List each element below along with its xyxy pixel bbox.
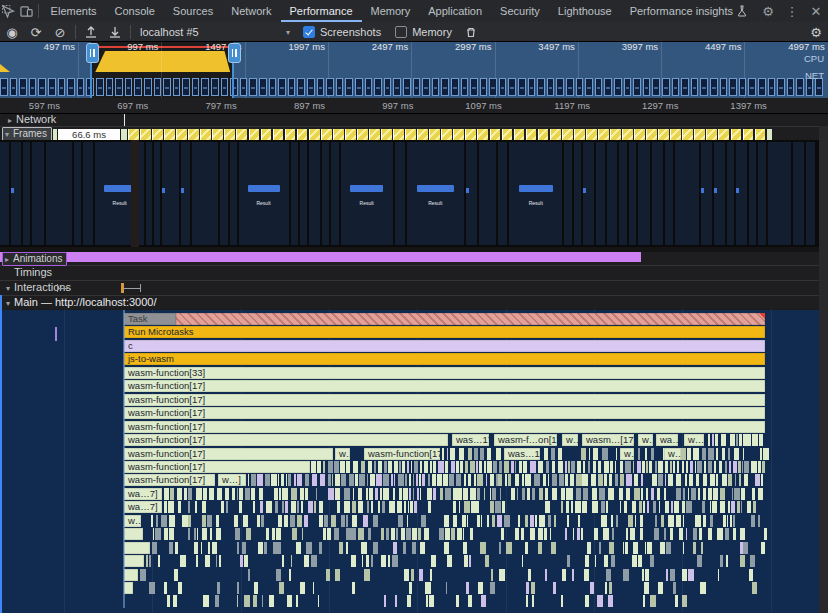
flame-sliver[interactable]: [561, 488, 565, 500]
flame-sliver[interactable]: [216, 555, 217, 567]
flame-sliver[interactable]: [508, 474, 511, 486]
flame-sliver[interactable]: [155, 528, 160, 540]
partially-presented-frame-block[interactable]: [658, 129, 669, 140]
flame-sliver[interactable]: [576, 488, 581, 500]
flame-sliver[interactable]: [567, 515, 569, 527]
flame-sliver[interactable]: [487, 515, 489, 527]
flame-sliver[interactable]: [296, 595, 299, 607]
flame-sliver[interactable]: [275, 501, 278, 513]
flame-sliver[interactable]: [237, 542, 239, 554]
filmstrip-thumbnail[interactable]: [585, 78, 593, 96]
flame-sliver[interactable]: [749, 434, 751, 446]
filmstrip-thumbnail[interactable]: [48, 78, 56, 96]
flame-sliver[interactable]: [412, 542, 416, 554]
flame-sliver[interactable]: [149, 555, 151, 567]
flame-sliver[interactable]: [439, 528, 443, 540]
flame-sliver[interactable]: [708, 488, 712, 500]
flame-sliver[interactable]: [341, 474, 346, 486]
flame-sliver[interactable]: [395, 595, 397, 607]
frame-screenshot[interactable]: [727, 142, 734, 245]
filmstrip-thumbnail[interactable]: [384, 78, 392, 96]
flame-sliver[interactable]: [645, 542, 646, 554]
flame-sliver[interactable]: [528, 569, 531, 581]
flame-sliver[interactable]: [652, 474, 657, 486]
flame-sliver[interactable]: [558, 448, 563, 460]
flame-sliver[interactable]: [418, 528, 421, 540]
filmstrip-thumbnail[interactable]: [461, 78, 469, 96]
frame-screenshot[interactable]: [162, 142, 179, 245]
flame-sliver[interactable]: [149, 582, 155, 594]
filmstrip-thumbnail[interactable]: [720, 78, 728, 96]
partially-presented-frame-block[interactable]: [309, 129, 320, 140]
flame-sliver[interactable]: [626, 528, 628, 540]
flame-sliver[interactable]: [573, 528, 574, 540]
flame-sliver[interactable]: [658, 474, 663, 486]
filmstrip-thumbnail[interactable]: [288, 78, 296, 96]
timeline-overview[interactable]: 497 ms997 ms1497 ms1997 ms2497 ms2997 ms…: [0, 40, 828, 98]
flame-sliver[interactable]: [168, 501, 173, 513]
profile-select[interactable]: localhost #5 ▾: [140, 26, 290, 38]
flame-sliver[interactable]: [733, 461, 737, 473]
flame-sliver[interactable]: [386, 528, 389, 540]
flame-sliver[interactable]: [703, 515, 706, 527]
flame-sliver[interactable]: [539, 488, 544, 500]
flame-sliver[interactable]: [545, 569, 547, 581]
flame-sliver[interactable]: [460, 461, 463, 473]
flame-sliver[interactable]: [527, 488, 530, 500]
flame-sliver[interactable]: [391, 528, 395, 540]
partially-presented-frame-block[interactable]: [357, 129, 368, 140]
flame-sliver[interactable]: [180, 555, 186, 567]
flame-sliver[interactable]: [587, 542, 591, 554]
flame-sliver[interactable]: [739, 434, 743, 446]
flame-sliver[interactable]: [599, 542, 601, 554]
flame-sliver[interactable]: [726, 555, 728, 567]
flame-bar-wasm-function-17-[interactable]: wasm-function[17]: [124, 434, 448, 446]
flame-sliver[interactable]: [178, 582, 182, 594]
flame-sliver[interactable]: [643, 595, 645, 607]
flame-sliver[interactable]: [470, 461, 475, 473]
flame-sliver[interactable]: [411, 569, 414, 581]
flame-sliver[interactable]: [397, 501, 402, 513]
filmstrip-thumbnail[interactable]: [182, 78, 190, 96]
flame-sliver[interactable]: [486, 474, 487, 486]
frame-screenshot[interactable]: [309, 142, 319, 245]
flame-sliver[interactable]: [620, 461, 623, 473]
flame-sliver[interactable]: [353, 461, 359, 473]
flame-sliver[interactable]: [747, 501, 752, 513]
flame-sliver[interactable]: [288, 474, 291, 486]
flame-sliver[interactable]: [568, 461, 570, 473]
frame-screenshot[interactable]: [806, 142, 815, 245]
flame-sliver[interactable]: [344, 501, 350, 513]
flame-sliver[interactable]: [388, 461, 392, 473]
flame-sliver[interactable]: [352, 582, 355, 594]
frame-screenshot[interactable]: Result: [407, 142, 464, 245]
frame-screenshot[interactable]: [583, 142, 594, 245]
flame-sliver[interactable]: [422, 474, 426, 486]
flame-sliver[interactable]: [339, 542, 344, 554]
flame-sliver[interactable]: [595, 555, 597, 567]
flame-sliver[interactable]: [257, 474, 263, 486]
flame-sliver[interactable]: [581, 528, 582, 540]
flame-sliver[interactable]: [477, 515, 479, 527]
flame-sliver[interactable]: [188, 515, 190, 527]
flame-sliver[interactable]: [393, 542, 397, 554]
flame-sliver[interactable]: [633, 461, 635, 473]
flame-sliver[interactable]: [609, 542, 614, 554]
flame-sliver[interactable]: [313, 582, 315, 594]
flame-sliver[interactable]: [244, 595, 250, 607]
flame-sliver[interactable]: [239, 501, 242, 513]
flame-sliver[interactable]: [237, 582, 239, 594]
flame-sliver[interactable]: [203, 595, 208, 607]
flame-sliver[interactable]: [331, 515, 337, 527]
flame-sliver[interactable]: [327, 528, 332, 540]
filmstrip-thumbnail[interactable]: [432, 78, 440, 96]
flame-sliver[interactable]: [376, 474, 382, 486]
settings-gear-icon[interactable]: ⚙: [756, 0, 780, 22]
flame-sliver[interactable]: [525, 515, 527, 527]
flame-sliver[interactable]: [468, 595, 471, 607]
filmstrip-thumbnail[interactable]: [374, 78, 382, 96]
flame-sliver[interactable]: [640, 528, 643, 540]
flame-sliver[interactable]: [526, 595, 528, 607]
flame-sliver[interactable]: [352, 515, 357, 527]
flame-sliver[interactable]: [538, 461, 543, 473]
